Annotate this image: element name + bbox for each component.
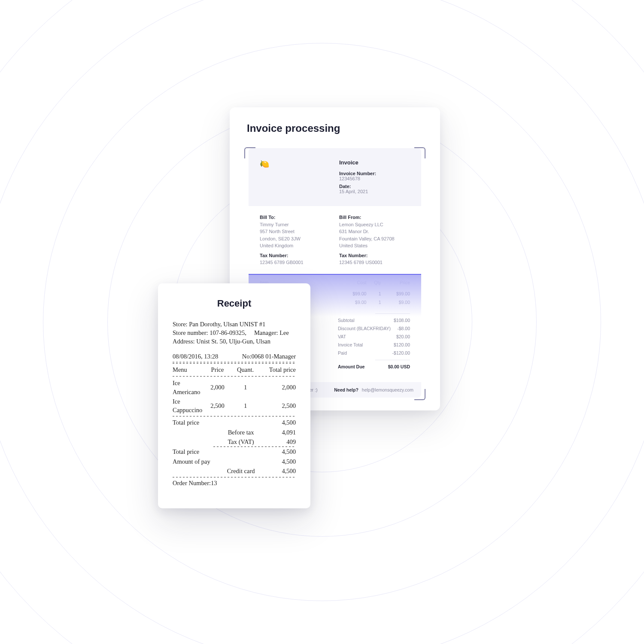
receipt-subtotals: Total price 4,500 Before tax 4,091 Tax (… (173, 418, 296, 476)
vat-value: $20.00 (396, 334, 410, 339)
cell-price: $99.00 (381, 289, 410, 298)
before-tax-value: 4,091 (259, 428, 296, 437)
receipt-no: No:0068 01-Manager (242, 352, 296, 361)
bill-to-tax-label: Tax Number: (260, 252, 331, 259)
receipt-store-line: Store: Pan Dorothy, Ulsan UNIST #1 (173, 320, 296, 328)
receipt-store-number: Store number: 107-86-09325, (173, 328, 246, 337)
bill-from-tax-label: Tax Number: (339, 252, 410, 259)
cell-price: 2,500 (204, 397, 231, 415)
total-value: $120.00 (394, 342, 410, 347)
bill-from-street: 631 Manor Dr. (339, 228, 410, 235)
bill-to-country: United Kingdom (260, 242, 331, 249)
help-label: Need help? (334, 387, 358, 392)
total-price-value: 4,500 (259, 418, 296, 427)
cell-price: 2,000 (204, 378, 231, 397)
due-value: $0.00 USD (388, 364, 410, 369)
receipt-address: Address: Unist St. 50, Ulju-Gun, Ulsan (173, 337, 296, 346)
cell-total: 2,000 (259, 378, 296, 397)
cell-qty: 1 (231, 378, 259, 397)
th-qty: Qty (366, 274, 381, 289)
th-total: Total price (259, 365, 296, 374)
cell-total: 2,500 (259, 397, 296, 415)
receipt-row: Ice Americano 2,000 1 2,000 (173, 378, 296, 397)
bill-from-city: Fountain Valley, CA 92708 (339, 235, 410, 243)
receipt-manager: Manager: Lee (254, 328, 289, 337)
receipt-items-table: Menu Price Quant. Total price Ice Americ… (173, 365, 296, 415)
due-label: Amount Due (338, 364, 365, 369)
total-price-label: Total price (173, 418, 222, 427)
vat-label: VAT (338, 334, 346, 339)
bill-from-tax: 12345 6789 US0001 (339, 259, 410, 266)
order-number: Order Number:13 (173, 479, 296, 487)
cell-qty: 1 (366, 289, 381, 298)
receipt-datetime: 08/08/2016, 13:28 (173, 352, 218, 361)
receipt-card: Receipt Store: Pan Dorothy, Ulsan UNIST … (158, 283, 310, 508)
cell-price: $9.00 (381, 298, 410, 307)
help-email: help@lemonsqueezy.com (362, 387, 413, 392)
invoice-number-value: 12345678 (339, 176, 410, 181)
paid-label: Paid (338, 350, 347, 355)
credit-label: Credit card (222, 466, 259, 476)
invoice-number-label: Invoice Number: (339, 171, 410, 176)
th-menu: Menu (173, 365, 204, 374)
before-tax-label: Before tax (222, 428, 259, 437)
discount-value: -$8.00 (397, 326, 410, 331)
cell-qty: 1 (366, 298, 381, 307)
bill-to-street: 957 North Street (260, 228, 331, 235)
credit-value: 4,500 (259, 466, 296, 476)
bill-to-label: Bill To: (260, 214, 331, 221)
amount-pay-value: 4,500 (259, 457, 296, 466)
bill-from-country: United States (339, 242, 410, 249)
invoice-heading: Invoice (339, 159, 410, 166)
th-quant: Quant. (231, 365, 259, 374)
cell-menu: Ice Cappuccino (173, 397, 204, 415)
bill-to-name: Timmy Turner (260, 221, 331, 228)
cell-menu: Ice Americano (173, 378, 204, 397)
th-price: Price (204, 365, 231, 374)
cell-cost: $9.00 (337, 298, 366, 307)
bill-to-tax: 12345 6789 GB0001 (260, 259, 331, 266)
invoice-date-value: 15 April, 2021 (339, 189, 410, 194)
th-price: Price (381, 274, 410, 289)
discount-label: Discount (BLACKFRIDAY) (338, 326, 391, 331)
cell-cost: $99.00 (337, 289, 366, 298)
card-title: Receipt (173, 297, 296, 310)
total-label: Invoice Total (338, 342, 363, 347)
vat-value: 409 (259, 437, 296, 447)
cell-qty: 1 (231, 397, 259, 415)
bill-from-name: Lemon Squeezy LLC (339, 221, 410, 228)
lemon-icon: 🍋 (260, 159, 331, 195)
total-price2-label: Total price (173, 447, 222, 456)
receipt-row: Ice Cappuccino 2,500 1 2,500 (173, 397, 296, 415)
bill-from-label: Bill From: (339, 214, 410, 221)
bill-to-city: London, SE20 3JW (260, 235, 331, 243)
amount-pay-label: Amount of pay (173, 457, 222, 466)
vat-label: Tax (VAT) (222, 437, 259, 447)
th-cost: Cost (337, 274, 366, 289)
subtotal-value: $108.00 (394, 318, 410, 323)
card-title: Invoice processing (247, 122, 423, 134)
invoice-date-label: Date: (339, 184, 410, 189)
receipt-store-info: Store: Pan Dorothy, Ulsan UNIST #1 Store… (173, 320, 296, 346)
paid-value: -$120.00 (392, 350, 410, 355)
total-price2-value: 4,500 (259, 447, 296, 456)
subtotal-label: Subtotal (338, 318, 355, 323)
